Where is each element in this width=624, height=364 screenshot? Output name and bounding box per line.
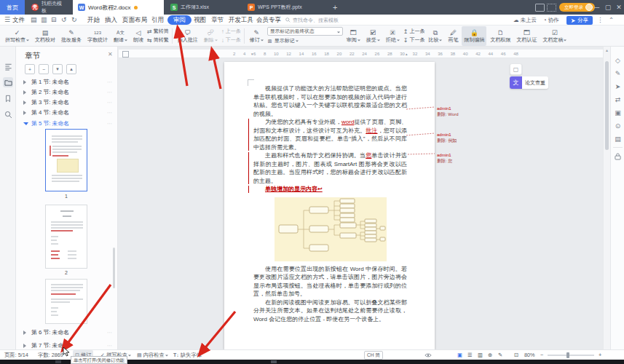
revision-comment[interactable]: admin1 删除: Word [437,106,478,117]
settings-gear-icon[interactable]: ⊙ [613,121,623,130]
lock-toolbar-icon[interactable] [613,151,623,161]
tab-home[interactable]: 首页 [0,0,25,15]
menu-page-layout[interactable]: 页面布局 [122,15,147,25]
cloud-status[interactable]: ☁ 未上云 [513,15,537,25]
word-count-button[interactable]: 123字数统计 [85,26,110,46]
collapse-all-button[interactable]: ▴ [66,64,76,74]
select-cursor-icon[interactable]: ➤ [613,82,623,91]
eye-protection-icon[interactable] [424,350,432,360]
section-more-icon[interactable]: ⋯ [107,79,112,85]
tab-ppt-document[interactable]: P WPS PPT教程.pptx [242,0,323,15]
section-row-5-selected[interactable]: 第 5 节: 未命名⋯ [23,119,112,128]
layout-grid-icon[interactable] [547,4,556,12]
zoom-in-button[interactable]: + [599,350,601,360]
section-more-icon[interactable]: ⋯ [107,100,112,106]
layout-split-icon[interactable] [535,4,545,12]
bookmark-icon[interactable] [3,93,13,103]
tab-docer-template[interactable]: 壳 找稻壳模板 [26,0,71,15]
pen-button[interactable]: 🖉画笔 [446,26,460,46]
section-more-icon[interactable]: ⋯ [107,343,112,349]
undo-icon[interactable]: ↺ [61,15,67,25]
next-comment-button[interactable]: ↓下一条 [221,36,241,44]
review-button[interactable]: 🗔审阅 [344,26,363,46]
page-view-icon[interactable]: ▣ [457,350,462,360]
show-markup-button[interactable]: 🗉显示标记 [267,37,343,44]
section-more-icon[interactable]: ⋯ [107,121,112,127]
ime-indicator[interactable]: CH 简 [364,351,383,360]
search-panel-icon[interactable] [3,109,13,119]
section-row-3[interactable]: 第 3 节: 未命名⋯ [23,98,112,107]
revision-comment[interactable]: admin1 删除: 例如 [437,132,478,143]
translate-button[interactable]: A文翻译 [111,26,130,46]
reject-button[interactable]: 🗷拒绝 [384,26,402,46]
section-more-icon[interactable]: ⋯ [107,90,112,95]
read-aloud-button[interactable]: ◁朗读 [131,26,146,46]
doc-certify-button[interactable]: 🗔文档认证 [514,26,539,46]
login-button[interactable]: 立即登录 [559,3,595,12]
minimize-button[interactable]: ─ [592,0,602,15]
menu-member[interactable]: 会员专享 [256,15,281,25]
zoom-slider-knob[interactable] [566,352,569,358]
zoom-out-button[interactable]: − [540,350,543,360]
print-icon[interactable]: ⊟ [51,15,57,25]
new-tab-button[interactable]: + [328,0,339,15]
save-icon[interactable]: ▤ [31,15,37,25]
zoom-level[interactable]: 80% [524,350,535,360]
revision-comment[interactable]: admin1 删除: 您 [437,153,478,164]
section-row-1[interactable]: 第 1 节: 未命名⋯ [23,77,112,87]
command-search-input[interactable]: 查找命令、搜索模板 [285,16,348,24]
more-options-icon[interactable]: ⋮ [597,15,604,25]
menu-insert[interactable]: 插入 [105,15,117,25]
page-thumbnail-2[interactable] [45,205,87,269]
delete-comment-button[interactable]: 🗪删除 [202,26,220,46]
fit-window-icon[interactable]: ⊡ [514,350,518,360]
panel-close-icon[interactable]: ✕ [108,51,113,58]
restrict-edit-button[interactable]: 🔒限制编辑 [462,26,486,46]
content-check-toggle[interactable]: ▤内容检查 [137,350,168,360]
word-count-indicator[interactable]: 字数: 2869 [38,350,63,360]
page-thumbnail-1[interactable] [45,129,87,191]
web-view-icon[interactable]: ▥ [478,350,483,360]
close-button[interactable]: ✕ [614,0,624,15]
smartart-mindmap-image[interactable] [275,197,387,261]
taskbar-item[interactable] [271,360,277,363]
image-tool-icon[interactable]: ▣ [613,108,623,117]
outline-panel-icon[interactable] [3,61,13,71]
redo-icon[interactable]: ↻ [71,15,77,25]
outline-view-icon[interactable]: ☰ [467,350,473,360]
float-collapse-button[interactable]: ▢ [510,63,522,75]
tab-selector[interactable] [122,51,129,58]
right-indent-marker[interactable]: ▴ [406,51,408,57]
scrollbar-thumb[interactable] [605,61,609,150]
signature-pen-icon[interactable]: ✎ [613,68,623,78]
previous-comment-button[interactable]: ↑上一条 [221,28,241,35]
menu-review-active[interactable]: 审阅 [167,15,191,25]
doc-permission-button[interactable]: 🗋文档权限 [488,26,513,46]
swap-arrows-icon[interactable]: ⇄ [613,95,623,104]
spell-check-button[interactable]: ✓拼写检查 [3,26,31,46]
doc-finalize-button[interactable]: ☑文档定稿 [540,26,569,46]
read-view-icon[interactable]: ⊕ [488,350,492,360]
vertical-scrollbar[interactable]: ▲ [603,47,610,349]
markup-state-dropdown[interactable]: 显示标记的最终状态 [267,27,343,36]
edit-pen-icon[interactable]: ✎ [498,350,502,360]
section-row-4[interactable]: 第 4 节: 未命名⋯ [23,108,112,117]
section-row-2[interactable]: 第 2 节: 未命名⋯ [23,87,112,97]
add-section-button[interactable]: + [25,64,35,74]
insert-comment-button[interactable]: 🗩插入批注 [175,26,200,46]
next-change-button[interactable]: ↧下一条 [403,36,425,44]
correction-service-button[interactable]: ✎批改服务 [59,26,84,46]
page-thumbnail-3[interactable] [45,279,87,324]
doc-proof-button[interactable]: ▤文档校对 [33,26,58,46]
scroll-up-icon[interactable]: ▲ [605,48,609,52]
paper-check-button[interactable]: 文 论文查重 [510,76,548,89]
beautify-icon[interactable]: ◇ [613,55,623,65]
hamburger-icon[interactable]: ☰ [4,15,10,25]
accept-button[interactable]: 🗹接受 [364,26,382,46]
tab-excel-workbook[interactable]: S 工作簿3.xlsx [165,0,240,15]
collaborate-button[interactable]: ◔ 协作 [543,15,559,25]
menu-dev-tools[interactable]: 开发工具 [229,15,253,25]
read-mode-icon[interactable]: ▤ [613,134,623,143]
chapters-panel-icon[interactable] [3,77,13,87]
taskbar-item[interactable] [55,360,61,363]
